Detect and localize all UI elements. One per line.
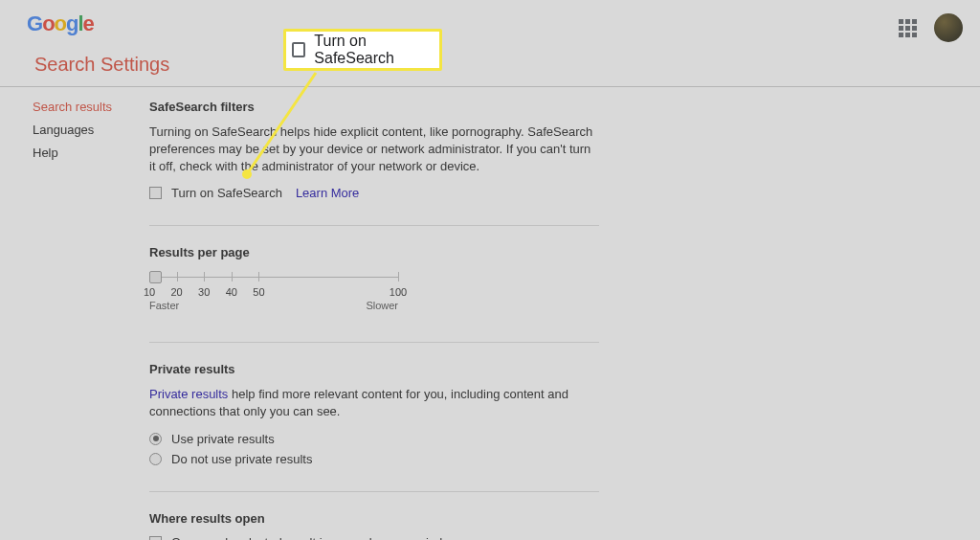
open-new-window-checkbox[interactable]: [149, 536, 162, 540]
slider-knob[interactable]: [149, 271, 162, 283]
slider-tick-label: 30: [198, 286, 210, 298]
logo-char: e: [83, 11, 94, 35]
results-per-page-slider[interactable]: 1020304050100 Faster Slower: [149, 271, 398, 317]
do-not-use-private-results-label: Do not use private results: [171, 452, 312, 466]
apps-icon[interactable]: [899, 19, 917, 37]
page-title: Search Settings: [34, 54, 959, 76]
section-divider: [149, 225, 599, 226]
sidebar-item-search-results[interactable]: Search results: [33, 100, 149, 114]
slider-tick-label: 100: [390, 286, 407, 298]
slider-tick-label: 40: [226, 286, 237, 298]
callout-checkbox-icon: [292, 42, 305, 57]
safesearch-checkbox-label: Turn on SafeSearch: [171, 186, 282, 200]
safesearch-checkbox[interactable]: [149, 187, 162, 199]
open-new-window-label: Open each selected result in a new brows…: [171, 535, 458, 540]
section-divider: [149, 342, 599, 343]
callout-turn-on-safesearch: Turn on SafeSearch: [283, 29, 442, 71]
slider-tick-label: 50: [253, 286, 264, 298]
logo-char: o: [42, 11, 54, 35]
section-divider: [149, 491, 599, 492]
slider-faster-label: Faster: [149, 300, 179, 311]
use-private-results-radio[interactable]: [149, 433, 162, 445]
slider-tick-label: 10: [144, 286, 155, 298]
topbar: Google Search Settings: [0, 0, 980, 86]
callout-label: Turn on SafeSearch: [314, 33, 432, 67]
header-divider: [0, 86, 980, 87]
sidebar: Search results Languages Help: [0, 100, 149, 540]
sidebar-item-languages[interactable]: Languages: [33, 123, 149, 137]
account-avatar[interactable]: [934, 13, 963, 42]
do-not-use-private-results-radio[interactable]: [149, 453, 162, 465]
google-logo[interactable]: Google: [27, 11, 959, 36]
main-content: SafeSearch filters Turning on SafeSearch…: [149, 100, 599, 540]
logo-char: G: [27, 11, 42, 35]
logo-char: g: [66, 11, 78, 35]
private-results-description: Private results help find more relevant …: [149, 386, 599, 420]
results-per-page-title: Results per page: [149, 245, 599, 259]
slider-tick-label: 20: [170, 286, 182, 298]
private-results-link[interactable]: Private results: [149, 387, 228, 401]
logo-char: o: [55, 11, 66, 35]
safesearch-title: SafeSearch filters: [149, 100, 599, 114]
slider-slower-label: Slower: [366, 300, 398, 311]
safesearch-description: Turning on SafeSearch helps hide explici…: [149, 124, 599, 176]
sidebar-item-help[interactable]: Help: [33, 146, 149, 160]
private-results-title: Private results: [149, 362, 599, 376]
where-results-open-title: Where results open: [149, 511, 599, 526]
use-private-results-label: Use private results: [171, 432, 275, 446]
safesearch-learn-more-link[interactable]: Learn More: [296, 186, 359, 200]
